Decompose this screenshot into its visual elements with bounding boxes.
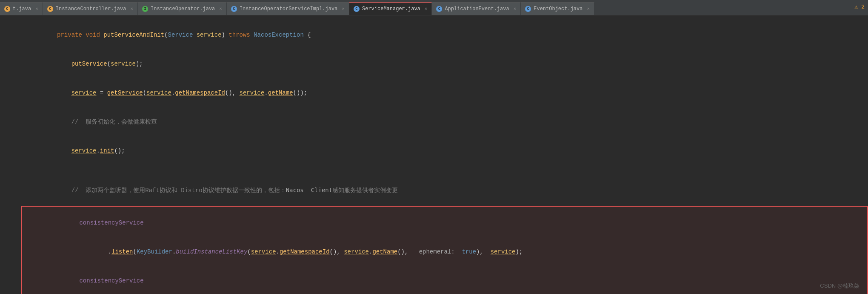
code-line-3: service = getService(service.getNamespac… (0, 78, 868, 107)
warning-badge: ⚠ 2 (855, 3, 865, 10)
tab-icon-t-java: C (4, 6, 10, 12)
tab-label-instanceoperatorserviceimpl: InstanceOperatorServiceImpl.java (240, 6, 337, 12)
line-content-6 (21, 166, 868, 175)
tab-icon-instancecontroller: C (47, 6, 53, 12)
tab-label-applicationevent: ApplicationEvent.java (445, 6, 509, 12)
tab-close-instancecontroller[interactable]: × (130, 6, 133, 12)
code-line-7: // 添加两个监听器，使用Raft协议和 Distro协议维护数据一致性的，包括… (0, 176, 868, 205)
line-content-5: service.init(); (21, 137, 868, 165)
tab-icon-eventobject: C (525, 6, 531, 12)
tab-close-instanceoperator[interactable]: × (219, 6, 222, 12)
tab-label-instanceoperator: InstanceOperator.java (151, 6, 215, 12)
tab-instancecontroller[interactable]: C InstanceController.java × (43, 2, 138, 15)
tab-t-java[interactable]: C t.java × (0, 2, 43, 15)
tab-close-instanceoperatorserviceimpl[interactable]: × (342, 6, 345, 12)
code-line-1: private void putServiceAndInit(Service s… (0, 20, 868, 49)
tab-instanceoperatorserviceimpl[interactable]: C InstanceOperatorServiceImpl.java × (227, 2, 349, 15)
code-line-2: putService(service); (0, 49, 868, 78)
tab-close-eventobject[interactable]: × (587, 6, 590, 12)
tab-icon-instanceoperatorserviceimpl: C (231, 6, 237, 12)
tab-applicationevent[interactable]: C ApplicationEvent.java × (432, 2, 521, 15)
watermark: CSDN @楠玖柒 (820, 282, 859, 290)
tab-servicemanager[interactable]: C ServiceManager.java × (349, 2, 432, 15)
line-content-9: .listen(KeyBuilder.buildInstanceListKey(… (22, 238, 867, 266)
tab-icon-applicationevent: C (436, 6, 442, 12)
tab-close-t-java[interactable]: × (35, 6, 38, 12)
tab-bar: C t.java × C InstanceController.java × I… (0, 0, 868, 15)
line-content-3: service = getService(service.getNamespac… (21, 79, 868, 107)
code-line-5: service.init(); (0, 136, 868, 165)
code-line-6 (0, 165, 868, 176)
tab-label-servicemanager: ServiceManager.java (362, 6, 420, 12)
code-line-9: .listen(KeyBuilder.buildInstanceListKey(… (22, 237, 867, 266)
line-content-4: // 服务初始化，会做健康检查 (21, 108, 868, 136)
line-content-7: // 添加两个监听器，使用Raft协议和 Distro协议维护数据一致性的，包括… (21, 176, 868, 205)
tab-close-applicationevent[interactable]: × (514, 6, 517, 12)
line-content-2: putService(service); (21, 50, 868, 78)
line-content-8: consistencyService (22, 209, 867, 237)
code-line-10: consistencyService (22, 266, 867, 294)
line-content-10: consistencyService (22, 267, 867, 294)
tab-label-instancecontroller: InstanceController.java (56, 6, 126, 12)
tab-eventobject[interactable]: C EventObject.java × (521, 2, 594, 15)
tab-icon-servicemanager: C (354, 6, 360, 12)
tab-icon-instanceoperator: I (142, 6, 148, 12)
code-line-8: consistencyService (22, 208, 867, 237)
tab-label-t-java: t.java (13, 6, 31, 12)
code-line-4: // 服务初始化，会做健康检查 (0, 107, 868, 136)
line-content-1: private void putServiceAndInit(Service s… (21, 21, 868, 49)
tab-label-eventobject: EventObject.java (534, 6, 582, 12)
highlight-block: consistencyService .listen(KeyBuilder.bu… (21, 206, 868, 294)
editor: private void putServiceAndInit(Service s… (0, 15, 868, 294)
tab-instanceoperator[interactable]: I InstanceOperator.java × (138, 2, 227, 15)
tab-close-servicemanager[interactable]: × (425, 6, 428, 12)
